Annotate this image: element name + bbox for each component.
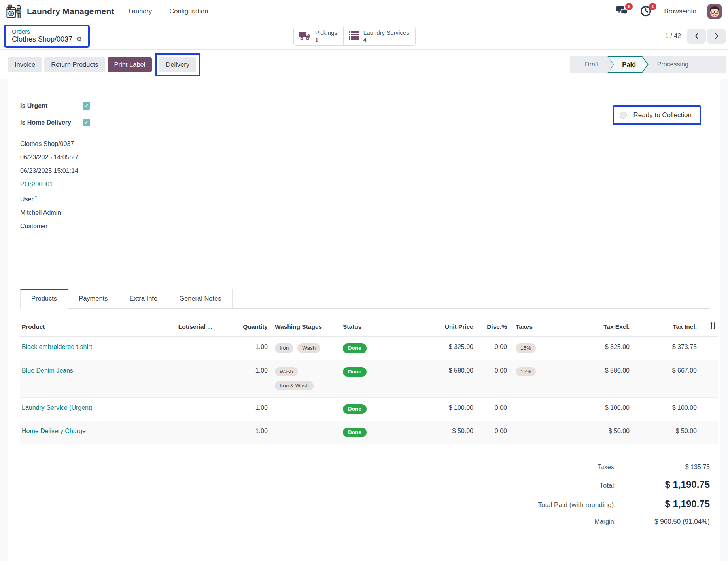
help-tooltip-icon[interactable]: ? <box>35 195 37 200</box>
tab-general-notes[interactable]: General Notes <box>168 289 232 308</box>
action-gear-icon[interactable]: ⚙ <box>76 36 82 43</box>
is-home-delivery-checkbox[interactable]: ✓ <box>83 119 90 126</box>
user-menu-name[interactable]: Browseinfo <box>664 8 696 15</box>
app-title[interactable]: Laundry Management <box>27 7 114 16</box>
table-row[interactable]: Home Delivery Charge 1.00 Done $ 50.00 0… <box>20 421 718 444</box>
menu-laundry[interactable]: Laundry <box>129 8 152 15</box>
col-taxes[interactable]: Taxes <box>509 319 560 337</box>
product-link[interactable]: Black embroidered t-shirt <box>22 343 92 350</box>
optional-columns-icon[interactable] <box>709 322 717 331</box>
breadcrumb: Orders Clothes Shop/0037 ⚙ <box>4 25 90 48</box>
status-step-processing[interactable]: Processing <box>649 56 697 73</box>
activities-clock-icon[interactable]: 1 <box>640 6 653 17</box>
order-date-start[interactable]: 06/23/2025 14:05:27 <box>20 153 710 161</box>
col-disc[interactable]: Disc.% <box>475 319 509 337</box>
status-step-paid[interactable]: Paid <box>607 56 649 73</box>
app-logo-icon[interactable] <box>6 3 23 20</box>
product-link[interactable]: Home Delivery Charge <box>22 428 86 434</box>
disc-cell[interactable]: 0.00 <box>475 360 509 397</box>
unit-price-cell[interactable]: $ 50.00 <box>400 421 475 444</box>
unit-price-cell[interactable]: $ 580.00 <box>400 360 475 397</box>
quantity-cell[interactable]: 1.00 <box>214 337 269 360</box>
product-link[interactable]: Blue Denim Jeans <box>22 367 73 374</box>
table-row[interactable]: Laundry Service (Urgent) 1.00 Done $ 100… <box>20 397 718 421</box>
table-row[interactable]: Blue Denim Jeans 1.00 Wash Iron & Wash D… <box>20 360 718 397</box>
invoice-button[interactable]: Invoice <box>8 57 42 72</box>
quantity-cell[interactable]: 1.00 <box>214 360 269 397</box>
laundry-services-stat-button[interactable]: Laundry Services 4 <box>343 27 415 45</box>
col-quantity[interactable]: Quantity <box>214 319 269 337</box>
disc-cell[interactable]: 0.00 <box>475 397 509 421</box>
col-lot-serial[interactable]: Lot/serial ... <box>155 319 214 337</box>
col-options <box>698 319 718 337</box>
taxes-cell[interactable]: 15% <box>509 360 560 397</box>
pager-next-button[interactable] <box>707 29 726 44</box>
col-unit-price[interactable]: Unit Price <box>400 319 475 337</box>
tax-excl-cell: $ 580.00 <box>560 360 631 397</box>
avatar[interactable] <box>707 4 722 19</box>
tax-tag: 15% <box>516 343 536 353</box>
is-urgent-checkbox[interactable]: ✓ <box>83 102 90 110</box>
status-cell: Done <box>337 337 400 360</box>
user-label: User? <box>20 193 710 203</box>
menu-configuration[interactable]: Configuration <box>169 8 208 15</box>
pickings-stat-button[interactable]: Pickings 1 <box>294 27 343 45</box>
disc-cell[interactable]: 0.00 <box>475 337 509 360</box>
taxes-cell[interactable] <box>509 397 560 421</box>
tab-products[interactable]: Products <box>20 289 68 309</box>
taxes-cell[interactable]: 15% <box>509 337 560 360</box>
col-product[interactable]: Product <box>20 319 155 337</box>
washing-stages-cell[interactable] <box>269 421 337 444</box>
col-tax-excl[interactable]: Tax Excl. <box>560 319 631 337</box>
stage-tag: Iron & Wash <box>275 381 314 390</box>
top-menu: Laundry Configuration <box>129 8 208 15</box>
products-table: Product Lot/serial ... Quantity Washing … <box>20 319 718 444</box>
messages-badge: 8 <box>625 3 633 10</box>
tax-excl-cell: $ 50.00 <box>560 421 631 444</box>
col-status[interactable]: Status <box>337 319 400 337</box>
order-totals: Taxes: $ 135.75 Total: $ 1,190.75 Total … <box>20 453 710 526</box>
lot-cell[interactable] <box>155 337 214 360</box>
delivery-button[interactable]: Delivery <box>159 57 196 72</box>
customer-label: Customer <box>20 222 710 230</box>
breadcrumb-orders-link[interactable]: Orders <box>12 28 82 35</box>
order-reference: Clothes Shop/0037 <box>20 140 710 148</box>
control-panel: Orders Clothes Shop/0037 ⚙ P <box>0 23 728 49</box>
quantity-cell[interactable]: 1.00 <box>214 397 269 421</box>
tab-payments[interactable]: Payments <box>68 289 119 308</box>
messages-icon[interactable]: 8 <box>616 6 629 17</box>
action-bar: Invoice Return Products Print Label Deli… <box>0 50 728 79</box>
radio-icon <box>620 112 627 119</box>
washing-stages-cell[interactable]: Wash Iron & Wash <box>269 360 337 397</box>
print-label-button[interactable]: Print Label <box>108 57 152 72</box>
col-washing-stages[interactable]: Washing Stages <box>269 319 337 337</box>
tax-incl-cell: $ 373.75 <box>631 337 698 360</box>
tab-extra-info[interactable]: Extra Info <box>119 289 169 308</box>
lot-cell[interactable] <box>155 397 214 421</box>
pager-counter: 1 / 42 <box>665 32 681 40</box>
washing-stages-cell[interactable] <box>269 397 337 421</box>
lot-cell[interactable] <box>155 421 214 444</box>
unit-price-cell[interactable]: $ 100.00 <box>400 397 475 421</box>
lot-cell[interactable] <box>155 360 214 397</box>
is-urgent-label: Is Urgent <box>20 102 83 110</box>
ready-to-collection-button[interactable]: Ready to Collection <box>613 105 701 125</box>
status-badge: Done <box>343 367 367 377</box>
return-products-button[interactable]: Return Products <box>44 57 105 72</box>
status-step-draft[interactable]: Draft <box>576 56 607 73</box>
pager-previous-button[interactable] <box>687 29 706 44</box>
washing-stages-cell[interactable]: IronWash <box>269 337 337 360</box>
taxes-cell[interactable] <box>509 421 560 444</box>
unit-price-cell[interactable]: $ 325.00 <box>400 337 475 360</box>
order-date-end[interactable]: 06/23/2025 15:01:14 <box>20 167 710 175</box>
pos-order-link[interactable]: POS/00001 <box>20 180 710 188</box>
disc-cell[interactable]: 0.00 <box>475 421 509 444</box>
table-row[interactable]: Black embroidered t-shirt 1.00 IronWash … <box>20 337 718 360</box>
tax-incl-cell: $ 667.00 <box>631 360 698 397</box>
user-value[interactable]: Mitchell Admin <box>20 208 710 217</box>
col-tax-incl[interactable]: Tax Incl. <box>631 319 698 337</box>
quantity-cell[interactable]: 1.00 <box>214 421 269 444</box>
stage-tag: Wash <box>275 367 298 377</box>
product-link[interactable]: Laundry Service (Urgent) <box>22 404 93 411</box>
list-icon <box>349 31 359 42</box>
